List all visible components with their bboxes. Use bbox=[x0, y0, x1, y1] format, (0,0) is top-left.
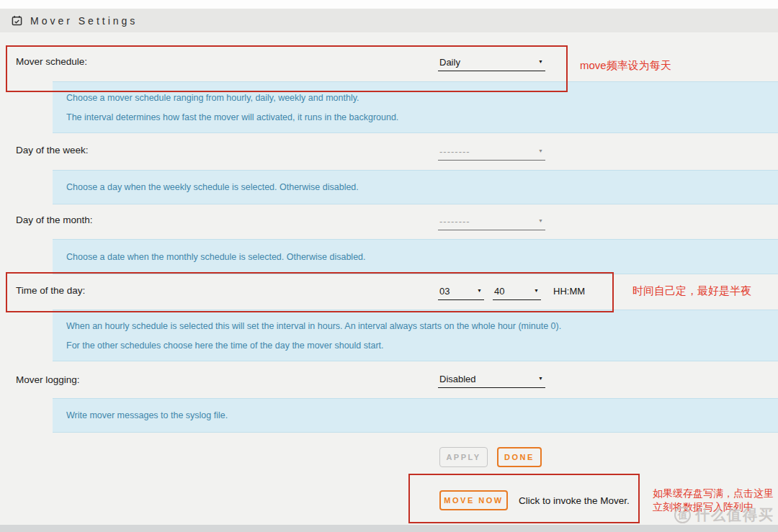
time-of-day-label: Time of the day: bbox=[16, 285, 85, 296]
time-hour-select[interactable]: 03 ▼ bbox=[438, 283, 484, 300]
day-of-week-value: -------- bbox=[439, 146, 470, 157]
day-of-month-help: Choose a date when the monthly schedule … bbox=[53, 239, 778, 274]
help-line: Write mover messages to the syslog file. bbox=[53, 410, 778, 420]
time-hour-value: 03 bbox=[439, 286, 450, 297]
apply-button[interactable]: APPLY bbox=[439, 447, 488, 467]
day-of-week-label: Day of the week: bbox=[16, 145, 89, 155]
mover-logging-select[interactable]: Disabled ▼ bbox=[438, 371, 545, 388]
annotation-move-now-line1: 如果缓存盘写满，点击这里 bbox=[653, 487, 774, 500]
help-line: Choose a date when the monthly schedule … bbox=[53, 252, 778, 262]
move-now-hint: Click to invoke the Mover. bbox=[519, 495, 630, 506]
help-line: The interval determines how fast the mov… bbox=[53, 112, 778, 122]
header-bar: Mover Settings bbox=[0, 9, 778, 32]
mover-settings-page: Mover Settings Mover schedule: Daily ▼ C… bbox=[0, 0, 778, 532]
day-of-week-select: -------- ▼ bbox=[438, 143, 545, 161]
chevron-down-icon: ▼ bbox=[477, 288, 482, 293]
chevron-down-icon: ▼ bbox=[538, 218, 543, 223]
chevron-down-icon: ▼ bbox=[538, 376, 543, 381]
mover-schedule-select[interactable]: Daily ▼ bbox=[438, 54, 545, 71]
bottom-bar bbox=[0, 525, 778, 532]
chevron-down-icon: ▼ bbox=[534, 288, 539, 293]
day-of-month-select: -------- ▼ bbox=[438, 213, 545, 230]
move-now-button[interactable]: MOVE NOW bbox=[439, 490, 508, 510]
day-of-month-value: -------- bbox=[439, 216, 470, 227]
mover-logging-label: Mover logging: bbox=[16, 374, 80, 385]
page-title: Mover Settings bbox=[30, 15, 138, 27]
mover-logging-help: Write mover messages to the syslog file. bbox=[53, 398, 778, 433]
help-line: Choose a day when the weekly schedule is… bbox=[53, 182, 778, 192]
annotation-schedule-note: move频率设为每天 bbox=[580, 59, 671, 73]
smzdm-logo-icon: 值 bbox=[674, 507, 691, 523]
day-of-week-help: Choose a day when the weekly schedule is… bbox=[53, 170, 778, 204]
day-of-month-label: Day of the month: bbox=[16, 215, 93, 225]
top-strip bbox=[0, 0, 778, 9]
mover-schedule-help: Choose a mover schedule ranging from hou… bbox=[53, 81, 778, 133]
mover-schedule-value: Daily bbox=[439, 57, 460, 68]
time-of-day-help: When an hourly schedule is selected this… bbox=[53, 310, 778, 361]
time-minute-value: 40 bbox=[494, 286, 504, 297]
smzdm-watermark: 值 什么值得买 bbox=[674, 505, 774, 525]
annotation-time-note: 时间自己定，最好是半夜 bbox=[632, 284, 751, 298]
help-line: For the other schedules choose here the … bbox=[53, 341, 778, 351]
chevron-down-icon: ▼ bbox=[538, 59, 543, 64]
help-line: When an hourly schedule is selected this… bbox=[53, 321, 778, 331]
calendar-check-icon bbox=[12, 15, 22, 26]
mover-schedule-label: Mover schedule: bbox=[16, 56, 87, 67]
time-format-hint: HH:MM bbox=[553, 286, 585, 297]
help-line: Choose a mover schedule ranging from hou… bbox=[53, 93, 778, 103]
chevron-down-icon: ▼ bbox=[538, 148, 543, 153]
watermark-text: 什么值得买 bbox=[695, 505, 774, 525]
time-minute-select[interactable]: 40 ▼ bbox=[493, 283, 541, 300]
mover-logging-value: Disabled bbox=[439, 374, 476, 384]
done-button[interactable]: DONE bbox=[497, 447, 542, 467]
